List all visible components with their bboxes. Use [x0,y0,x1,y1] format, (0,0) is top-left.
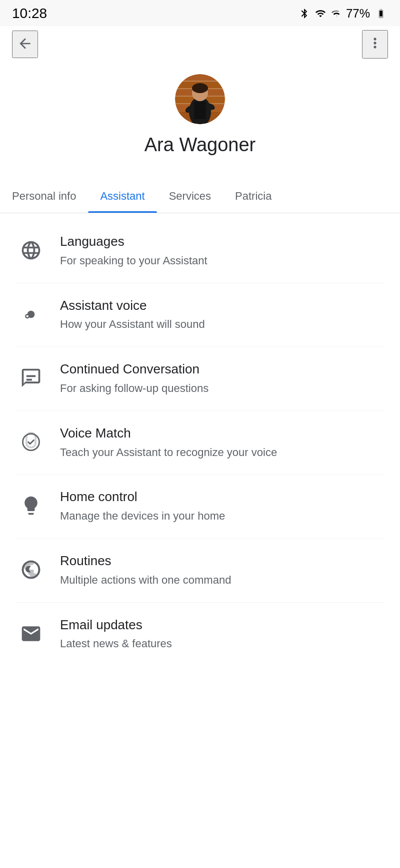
back-button[interactable] [12,31,38,58]
tabs-container: Personal info Assistant Services Patrici… [0,180,400,213]
home-control-title: Home control [60,489,384,506]
home-control-subtitle: Manage the devices in your home [60,509,384,524]
continued-conversation-title: Continued Conversation [60,361,384,378]
email-updates-text: Email updates Latest news & features [60,617,384,652]
assistant-voice-subtitle: How your Assistant will sound [60,317,384,332]
assistant-voice-item[interactable]: Assistant voice How your Assistant will … [0,283,400,347]
routines-item[interactable]: Routines Multiple actions with one comma… [0,539,400,602]
settings-list: Languages For speaking to your Assistant… [0,213,400,672]
routines-text: Routines Multiple actions with one comma… [60,553,384,588]
email-updates-item[interactable]: Email updates Latest news & features [0,603,400,666]
avatar-image [175,74,225,124]
home-control-item[interactable]: Home control Manage the devices in your … [0,475,400,538]
assistant-voice-icon [16,299,46,329]
chat-icon [16,363,46,393]
continued-conversation-subtitle: For asking follow-up questions [60,381,384,396]
assistant-voice-title: Assistant voice [60,297,384,314]
languages-item[interactable]: Languages For speaking to your Assistant [0,219,400,283]
voice-match-text: Voice Match Teach your Assistant to reco… [60,425,384,461]
battery-icon [374,8,388,19]
status-icons: 77% [299,7,388,21]
signal-icon [331,8,342,19]
languages-title: Languages [60,233,384,250]
svg-point-15 [192,83,208,93]
more-options-button[interactable] [362,30,388,59]
home-control-text: Home control Manage the devices in your … [60,489,384,524]
continued-conversation-item[interactable]: Continued Conversation For asking follow… [0,347,400,410]
avatar [175,74,225,124]
voice-match-item[interactable]: Voice Match Teach your Assistant to reco… [0,411,400,475]
tab-assistant[interactable]: Assistant [88,180,156,213]
assistant-voice-text: Assistant voice How your Assistant will … [60,297,384,333]
languages-subtitle: For speaking to your Assistant [60,253,384,269]
svg-rect-16 [194,102,206,119]
routines-subtitle: Multiple actions with one command [60,573,384,588]
user-name: Ara Wagoner [144,134,256,156]
lightbulb-icon [16,491,46,521]
profile-section: Ara Wagoner [0,62,400,180]
wifi-icon [314,8,327,19]
email-updates-title: Email updates [60,617,384,634]
voice-match-title: Voice Match [60,425,384,442]
voice-match-subtitle: Teach your Assistant to recognize your v… [60,445,384,461]
voice-match-icon [16,427,46,457]
svg-point-21 [26,315,28,317]
battery-level: 77% [346,7,370,21]
email-updates-subtitle: Latest news & features [60,636,384,652]
globe-icon [16,235,46,265]
email-icon [16,619,46,649]
top-navigation [0,26,400,62]
languages-text: Languages For speaking to your Assistant [60,233,384,269]
continued-conversation-text: Continued Conversation For asking follow… [60,361,384,396]
routines-icon [16,555,46,585]
status-bar: 10:28 77% [0,0,400,26]
bluetooth-icon [299,8,310,19]
routines-title: Routines [60,553,384,570]
svg-rect-3 [175,74,225,81]
status-time: 10:28 [12,6,47,22]
tab-services[interactable]: Services [157,180,223,213]
tab-patricia[interactable]: Patricia [223,180,284,213]
svg-rect-0 [380,11,382,17]
tab-personal-info[interactable]: Personal info [0,180,88,213]
